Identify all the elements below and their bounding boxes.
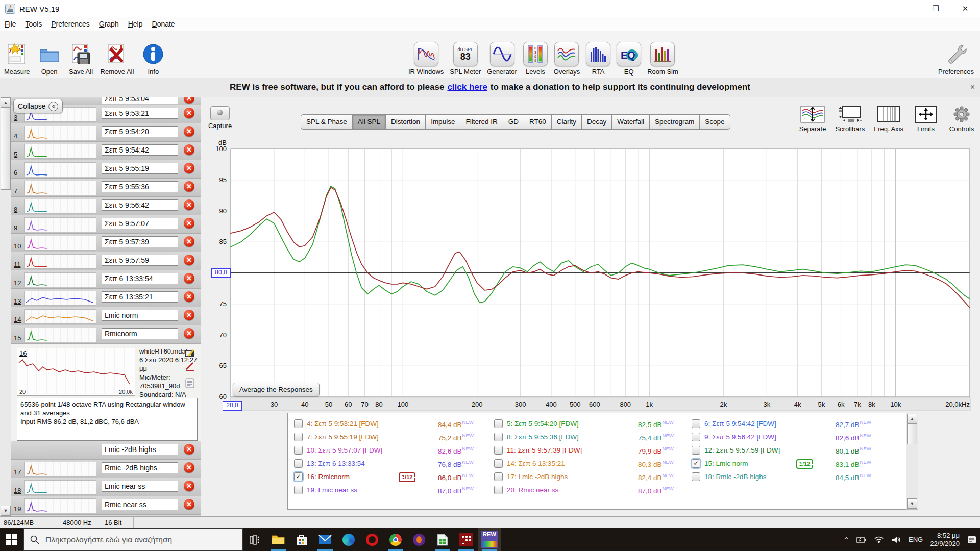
legend-entry[interactable]: 4: Σεπ 5 9:53:21 [FDW] xyxy=(294,418,379,429)
measurement-row[interactable]: 19Rmic near ss✕ xyxy=(11,496,201,515)
measurement-name-field[interactable]: Σεπ 6 13:35:21 xyxy=(102,291,178,303)
delete-measurement-icon[interactable]: ✕ xyxy=(184,97,194,104)
measurement-name-field[interactable]: Σεπ 5 9:57:07 xyxy=(102,218,178,229)
taskbar-clock[interactable]: 8:52 μμ 22/9/2020 xyxy=(930,532,960,548)
libreoffice-calc-icon[interactable] xyxy=(431,528,454,551)
notification-icon[interactable] xyxy=(967,535,977,544)
measurement-row[interactable]: 13Σεπ 6 13:35:21✕ xyxy=(11,289,201,307)
tab-spectrogram[interactable]: Spectrogram xyxy=(649,114,700,130)
delete-measurement-icon[interactable]: ✕ xyxy=(184,163,194,173)
sidebar-scrollbar[interactable]: ▲ ▼ xyxy=(0,97,11,516)
measurement-number[interactable]: 19 xyxy=(14,505,21,513)
legend-entry[interactable]: 20: Rmic near ss xyxy=(494,484,558,495)
x-min-box[interactable]: 20,0 xyxy=(223,401,242,411)
legend-entry[interactable]: 10: Σεπ 5 9:57:07 [FDW] xyxy=(294,444,382,456)
measurement-number[interactable]: 9 xyxy=(14,224,17,232)
measurement-name-field[interactable]: Σεπ 5 9:54:42 xyxy=(102,144,178,156)
legend-entry[interactable]: ✓16: Rmicnorm xyxy=(294,471,350,482)
legend-entry[interactable]: 14: Σεπ 6 13:35:21 xyxy=(494,458,565,469)
trace-options-icon[interactable] xyxy=(184,361,195,372)
menu-tools[interactable]: Tools xyxy=(21,18,47,30)
legend-entry[interactable]: 9: Σεπ 5 9:56:42 [FDW] xyxy=(692,431,776,442)
scrollbar-thumb[interactable] xyxy=(1,107,11,190)
measurement-number[interactable]: 14 xyxy=(14,316,21,323)
scroll-up-icon[interactable]: ▲ xyxy=(1,97,11,108)
measurement-name-field[interactable]: Rmicnorm xyxy=(102,328,178,339)
start-button[interactable] xyxy=(0,528,23,551)
notes-icon[interactable] xyxy=(184,378,195,389)
tab-gd[interactable]: GD xyxy=(503,114,524,130)
measurement-row[interactable]: 15Rmicnorm✕ xyxy=(11,325,201,344)
measurement-number[interactable]: 11 xyxy=(14,261,21,268)
legend-entry[interactable]: 19: Lmic near ss xyxy=(294,484,357,495)
measurement-number[interactable]: 13 xyxy=(14,297,21,305)
controls-button[interactable]: Controls xyxy=(948,105,975,133)
measure-button[interactable]: Measure xyxy=(4,33,30,76)
measurement-name-field[interactable]: Σεπ 5 9:57:39 xyxy=(102,236,178,247)
tray-chevron-icon[interactable]: ⌃ xyxy=(843,536,849,544)
delete-measurement-icon[interactable]: ✕ xyxy=(184,481,194,491)
delete-measurement-icon[interactable]: ✕ xyxy=(184,126,194,137)
measurement-number[interactable]: 3 xyxy=(14,114,17,121)
legend-entry[interactable]: 11: Σεπ 5 9:57:39 [FDW] xyxy=(494,444,582,456)
measurement-name-field[interactable]: Lmic near ss xyxy=(102,481,178,492)
file-explorer-icon[interactable] xyxy=(266,528,290,551)
measurement-row[interactable]: 6Σεπ 5 9:55:19✕ xyxy=(11,160,201,179)
spl-chart-svg[interactable]: 6065707580859095100dB3040506070801002003… xyxy=(204,138,977,416)
legend-scrollbar[interactable]: ▲ ▼ xyxy=(906,413,918,510)
chrome-icon[interactable] xyxy=(384,528,407,551)
delete-measurement-icon[interactable]: ✕ xyxy=(184,181,194,192)
measurement-row[interactable]: 5Σεπ 5 9:54:42✕ xyxy=(11,142,201,160)
tab-spl-phase[interactable]: SPL & Phase xyxy=(301,114,353,130)
measurement-name-field[interactable]: Σεπ 6 13:33:54 xyxy=(102,273,178,284)
legend-checkbox[interactable]: ✓ xyxy=(294,472,303,481)
measurement-name-field[interactable]: Rmic -2dB highs xyxy=(102,462,178,473)
legend-entry[interactable]: 5: Σεπ 5 9:54:20 [FDW] xyxy=(494,418,579,429)
menu-graph[interactable]: Graph xyxy=(94,18,124,30)
legend-entry[interactable]: 18: Rmic -2dB highs xyxy=(692,471,767,482)
legend-entry[interactable]: ✓15: Lmic norm xyxy=(692,458,748,469)
overlays-button[interactable]: Overlays xyxy=(554,33,580,76)
legend-entry[interactable]: 8: Σεπ 5 9:55:36 [FDW] xyxy=(494,431,579,442)
measurement-row[interactable]: 7Σεπ 5 9:55:36✕ xyxy=(11,179,201,197)
generator-button[interactable]: Generator xyxy=(487,33,517,76)
measurement-name-field[interactable]: Lmic -2dB highs xyxy=(102,444,178,455)
measurement-row[interactable]: Lmic -2dB highs✕ xyxy=(11,441,201,460)
mail-icon[interactable] xyxy=(313,528,337,551)
measurement-row[interactable]: 8Σεπ 5 9:56:42✕ xyxy=(11,197,201,215)
task-view-button[interactable] xyxy=(243,528,266,551)
legend-checkbox[interactable] xyxy=(294,486,303,494)
legend-checkbox[interactable] xyxy=(494,472,503,481)
measurement-row[interactable]: 12Σεπ 6 13:33:54✕ xyxy=(11,270,201,289)
room-sim-button[interactable]: Room Sim xyxy=(647,33,678,76)
legend-checkbox[interactable] xyxy=(294,459,303,468)
measurement-name-field[interactable]: Σεπ 5 9:56:42 xyxy=(102,199,178,211)
legend-checkbox[interactable] xyxy=(692,433,700,441)
measurement-number[interactable]: 18 xyxy=(14,487,21,494)
measurement-name-field[interactable]: Σεπ 5 9:55:19 xyxy=(102,163,178,174)
measurement-notes[interactable]: 65536-point 1/48 octave RTA using Rectan… xyxy=(17,398,198,441)
measurement-number[interactable]: 5 xyxy=(14,151,17,158)
measurement-name-field[interactable]: Lmic norm xyxy=(102,310,178,321)
average-responses-button[interactable]: Average the Responses xyxy=(233,383,320,396)
menu-donate[interactable]: Donate xyxy=(148,18,180,30)
measurement-number[interactable]: 12 xyxy=(14,279,21,287)
legend-checkbox[interactable]: ✓ xyxy=(692,459,700,468)
maximize-button[interactable]: ❐ xyxy=(921,0,950,17)
volume-icon[interactable] xyxy=(891,536,901,544)
delete-measurement-icon[interactable]: ✕ xyxy=(184,218,194,229)
minimize-button[interactable]: – xyxy=(891,0,921,17)
measurement-name-field[interactable]: Σεπ 5 9:53:21 xyxy=(102,108,178,119)
legend-entry[interactable]: 17: Lmic -2dB highs xyxy=(494,471,568,482)
menu-help[interactable]: Help xyxy=(124,18,148,30)
measurement-row[interactable]: 18Lmic near ss✕ xyxy=(11,478,201,496)
levels-button[interactable]: 0 3 6 9 Levels xyxy=(523,33,548,76)
delete-measurement-icon[interactable]: ✕ xyxy=(184,291,194,302)
delete-measurement-icon[interactable]: ✕ xyxy=(184,255,194,265)
legend-checkbox[interactable] xyxy=(494,459,503,468)
legend-checkbox[interactable] xyxy=(294,419,303,428)
open-button[interactable]: Open xyxy=(37,33,62,76)
legend-checkbox[interactable] xyxy=(692,472,700,481)
legend-scrollbar-thumb[interactable] xyxy=(907,424,917,444)
delete-measurement-icon[interactable]: ✕ xyxy=(184,328,194,339)
